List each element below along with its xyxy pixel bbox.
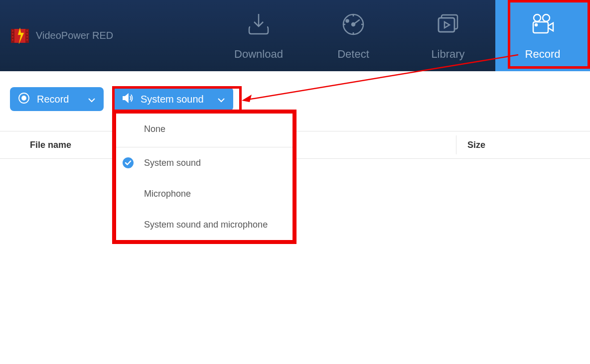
svg-point-4 (12, 33, 13, 34)
checkmark-icon (122, 157, 134, 169)
logo-area: VideoPower RED (0, 26, 113, 46)
column-filename[interactable]: File name (30, 140, 71, 150)
nav-tab-library[interactable]: Library (401, 0, 495, 71)
dropdown-option-system-sound[interactable]: System sound (114, 147, 294, 178)
svg-point-8 (26, 33, 28, 34)
app-header: VideoPower RED Download (0, 0, 590, 71)
app-title: VideoPower RED (36, 30, 113, 41)
speaker-icon (122, 92, 134, 107)
svg-point-7 (26, 30, 28, 31)
nav-tab-record[interactable]: Record (495, 0, 590, 71)
svg-point-18 (543, 14, 550, 21)
chevron-down-icon (217, 94, 225, 105)
record-button-label: Record (37, 94, 69, 105)
record-camera-icon (529, 11, 556, 40)
dropdown-option-label: None (144, 124, 165, 134)
nav-tab-label: Record (525, 48, 561, 61)
nav-tab-download[interactable]: Download (211, 0, 306, 71)
svg-point-5 (12, 36, 13, 37)
app-logo-icon (10, 26, 30, 46)
dropdown-option-microphone[interactable]: Microphone (114, 178, 294, 209)
record-circle-icon (18, 92, 30, 107)
svg-point-22 (22, 96, 26, 100)
table-header: File name Size (0, 131, 590, 159)
sound-source-button[interactable]: System sound (114, 87, 233, 111)
sound-button-label: System sound (141, 94, 204, 105)
nav-tab-detect[interactable]: Detect (306, 0, 401, 71)
svg-point-6 (12, 39, 13, 40)
svg-point-20 (535, 24, 537, 26)
svg-point-9 (26, 36, 28, 37)
dropdown-option-label: Microphone (144, 189, 191, 199)
detect-icon (340, 11, 367, 40)
nav-tabs: Download Detect (211, 0, 590, 71)
sound-dropdown: None System sound Microphone System soun… (114, 112, 294, 240)
nav-tab-label: Library (431, 48, 464, 61)
column-size[interactable]: Size (467, 140, 485, 150)
dropdown-option-label: System sound (144, 158, 201, 168)
library-icon (435, 11, 461, 40)
download-icon (245, 11, 272, 40)
column-divider (456, 135, 456, 154)
nav-tab-label: Detect (337, 48, 369, 61)
svg-rect-15 (439, 18, 454, 32)
dropdown-option-label: System sound and microphone (144, 220, 268, 230)
svg-point-13 (346, 19, 349, 22)
toolbar: Record System sound (0, 71, 590, 111)
svg-point-17 (534, 14, 541, 21)
dropdown-option-system-and-mic[interactable]: System sound and microphone (114, 209, 294, 240)
svg-point-23 (123, 157, 134, 168)
nav-tab-label: Download (234, 48, 283, 61)
chevron-down-icon (88, 94, 96, 105)
record-button[interactable]: Record (10, 87, 104, 111)
svg-point-3 (12, 30, 13, 31)
svg-point-10 (26, 39, 28, 40)
dropdown-option-none[interactable]: None (114, 112, 294, 147)
